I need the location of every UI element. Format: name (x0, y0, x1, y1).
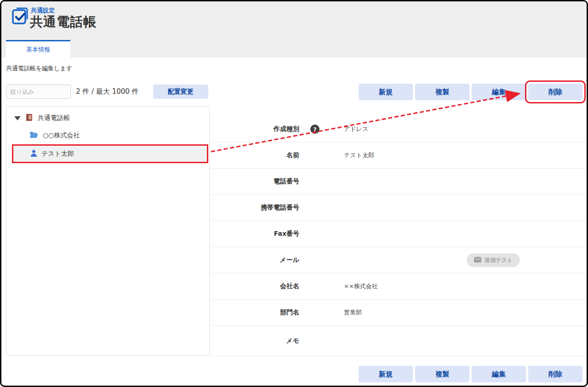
field-label: 電話番号 (211, 177, 299, 186)
field-value: ××株式会社 (331, 282, 586, 290)
help-icon[interactable]: ? (310, 125, 320, 134)
detail-row-name: 名前 テスト太郎 (211, 142, 586, 169)
app-window: 共通設定 共通電話帳 基本情報 共通電話帳を編集します 2 件 / 最大 100… (0, 0, 588, 387)
send-test-label: 送信テスト (485, 256, 513, 264)
field-label: 携帯電話番号 (211, 204, 299, 212)
address-book-icon (25, 114, 33, 123)
tree-item-company[interactable]: ○○株式会社 (6, 127, 209, 144)
field-label: Fax番号 (211, 230, 299, 238)
tree-root-phonebook[interactable]: 共通電話帳 (6, 109, 209, 127)
field-value: テスト太郎 (331, 151, 586, 159)
detail-panel: 作成種別 ? アドレス 名前 テスト太郎 電話番号 携帯電話番号 Fax番号 メ… (211, 116, 586, 356)
folder-open-icon (29, 131, 38, 140)
delete-button-bottom[interactable]: 削除 (528, 366, 582, 382)
phonebook-tree: 共通電話帳 ○○株式会社 テスト太郎 (6, 106, 210, 356)
new-button[interactable]: 新規 (359, 84, 413, 100)
detail-row-department: 部門名 営業部 (211, 300, 586, 326)
field-value: 営業部 (331, 308, 586, 317)
field-label: 名前 (211, 151, 299, 159)
detail-row-mail: メール 送信テスト (211, 247, 586, 273)
detail-row-memo: メモ (211, 326, 586, 356)
duplicate-button-bottom[interactable]: 複製 (415, 366, 469, 382)
tree-item-person-selected[interactable]: テスト太郎 (12, 144, 208, 163)
envelope-icon (474, 257, 481, 264)
page-description: 共通電話帳を編集します (6, 64, 72, 73)
field-label: 会社名 (211, 282, 299, 290)
tab-basic-info[interactable]: 基本情報 (6, 40, 70, 57)
field-value: 送信テスト (331, 253, 586, 267)
layout-change-button[interactable]: 配置変更 (153, 85, 208, 99)
field-label: メモ (211, 337, 299, 345)
delete-button[interactable]: 削除 (528, 84, 582, 100)
person-icon (30, 149, 38, 159)
detail-row-creation-type: 作成種別 ? アドレス (211, 116, 586, 142)
edit-button-bottom[interactable]: 編集 (472, 366, 526, 382)
tree-root-label: 共通電話帳 (38, 114, 70, 122)
page-header: 共通設定 共通電話帳 基本情報 (1, 1, 587, 57)
send-test-button[interactable]: 送信テスト (467, 253, 520, 267)
edit-button[interactable]: 編集 (472, 84, 526, 100)
tree-item-label: ○○株式会社 (43, 131, 80, 140)
checklist-app-icon (11, 5, 31, 26)
field-value: アドレス (331, 125, 586, 133)
new-button-bottom[interactable]: 新規 (359, 366, 413, 382)
detail-row-mobile: 携帯電話番号 (211, 195, 586, 221)
filter-input[interactable] (6, 85, 71, 99)
tree-item-label: テスト太郎 (41, 150, 74, 158)
field-label: 作成種別 (211, 125, 299, 133)
bottom-action-bar: 新規 複製 編集 削除 (359, 366, 582, 382)
collapse-triangle-icon[interactable] (14, 116, 21, 120)
top-action-bar: 新規 複製 編集 削除 (359, 84, 582, 100)
detail-row-fax: Fax番号 (211, 221, 586, 247)
field-label: メール (211, 256, 299, 264)
duplicate-button[interactable]: 複製 (415, 84, 469, 100)
page-title: 共通電話帳 (30, 13, 97, 31)
detail-row-company: 会社名 ××株式会社 (211, 273, 586, 300)
detail-row-phone: 電話番号 (211, 169, 586, 195)
field-label: 部門名 (211, 308, 299, 317)
record-count: 2 件 / 最大 1000 件 (76, 85, 139, 99)
